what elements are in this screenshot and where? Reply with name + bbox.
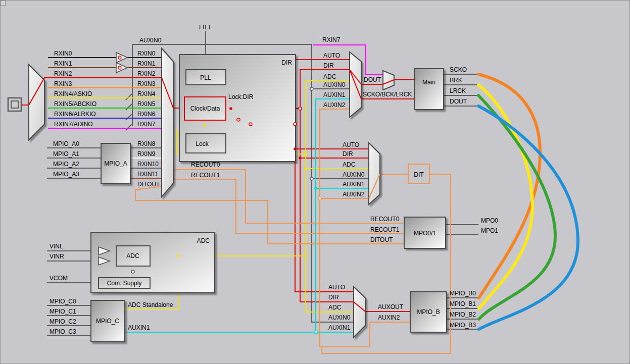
junction xyxy=(203,124,206,127)
label-mpio-a1: MPIO_A1 xyxy=(53,150,79,158)
label-adc-1: ADC xyxy=(323,73,336,80)
main-block[interactable] xyxy=(414,69,444,110)
label-rxin9: RXIN9 xyxy=(137,150,156,158)
junction xyxy=(299,157,302,160)
junction xyxy=(310,87,313,90)
label-rxin3-in: RXIN3 xyxy=(54,80,72,87)
label-dout-main: DOUT xyxy=(450,98,467,105)
label-rxin2-in: RXIN2 xyxy=(54,70,72,77)
label-auxin1-3: AUXIN1 xyxy=(328,324,351,331)
label-rxin10: RXIN10 xyxy=(137,161,159,168)
label-auxin0-1: AUXIN0 xyxy=(323,81,346,88)
switch-contact-a[interactable] xyxy=(237,118,240,121)
label-dit-title: DIT xyxy=(414,171,424,178)
rxin1-buffer-dot xyxy=(118,66,121,69)
label-adc-3: ADC xyxy=(328,304,342,311)
rxin0-buffer-dot xyxy=(118,56,121,59)
junction xyxy=(304,167,307,170)
brk-to-mpio-b1-cable xyxy=(478,85,532,308)
label-auxin1-2: AUXIN1 xyxy=(343,181,365,188)
label-com-supply-title: Com. Supply xyxy=(107,280,142,287)
label-auxin2-b: AUXIN2 xyxy=(378,314,400,321)
label-auxin2-1: AUXIN2 xyxy=(323,101,346,109)
auxout-select-mux[interactable] xyxy=(354,287,365,337)
label-rxin6-mux: RXIN6 xyxy=(137,111,156,118)
junction xyxy=(131,270,134,273)
label-rxin4-in: RXIN4/ASKIO xyxy=(54,90,92,97)
junction xyxy=(314,331,317,334)
label-dir-3: DIR xyxy=(328,294,339,301)
label-mpo0: MPO0 xyxy=(481,217,498,224)
switch-contact-b[interactable] xyxy=(249,123,252,126)
label-mpio-b-title: MPIO_B xyxy=(417,308,440,316)
label-scko: SCKO xyxy=(450,66,467,73)
diagram-svg: RXIN0RXIN1RXIN2RXIN3RXIN4/ASKIORXIN5/ABC… xyxy=(0,0,630,364)
label-auxin1-c: AUXIN1 xyxy=(128,324,150,331)
label-recout0-src: RECOUT0 xyxy=(191,161,220,168)
patch-cables xyxy=(478,74,578,329)
label-rxin5-in: RXIN5/ABCKIO xyxy=(54,100,96,108)
label-adc-core-title: ADC xyxy=(126,252,139,259)
main-input-path xyxy=(21,78,184,108)
label-main-title: Main xyxy=(422,79,435,86)
label-dir-1: DIR xyxy=(323,62,334,69)
label-auto-3: AUTO xyxy=(328,284,345,291)
label-rxin7-in: RXIN7/ADINO xyxy=(54,121,93,128)
label-recout1-src: RECOUT1 xyxy=(191,172,220,179)
label-rxin5-mux: RXIN5 xyxy=(137,100,156,108)
label-mpio-c1: MPIO_C1 xyxy=(50,308,76,315)
label-rxin4-mux: RXIN4 xyxy=(137,90,156,97)
label-ditout-mux: DITOUT xyxy=(137,181,160,188)
label-rxin2-mux: RXIN2 xyxy=(137,70,156,77)
label-dir-2: DIR xyxy=(343,150,353,158)
label-auto-2: AUTO xyxy=(343,141,359,148)
lrck-to-mpio-b2-cable xyxy=(478,95,555,319)
routing-diagram-canvas: RXIN0RXIN1RXIN2RXIN3RXIN4/ASKIORXIN5/ABC… xyxy=(0,0,630,364)
label-mpio-a3: MPIO_A3 xyxy=(53,171,79,178)
input-demux[interactable] xyxy=(29,65,44,140)
label-mpio-b3: MPIO_B3 xyxy=(450,322,476,329)
label-mpio-c3: MPIO_C3 xyxy=(50,328,76,335)
junction xyxy=(294,147,297,150)
label-lock-title: Lock xyxy=(196,140,209,147)
label-dout-mux: DOUT xyxy=(364,76,381,83)
label-rxin8: RXIN8 xyxy=(137,140,156,147)
label-mpio-c0: MPIO_C0 xyxy=(50,298,76,305)
label-dir-title: DIR xyxy=(281,59,292,66)
label-rxin1-in: RXIN1 xyxy=(54,60,72,67)
auxin0-row-taps xyxy=(126,94,132,130)
label-filt: FILT xyxy=(199,24,211,31)
resize-grip xyxy=(1,1,6,6)
junction xyxy=(294,123,297,126)
label-mpio-a0: MPIO_A0 xyxy=(53,140,79,147)
label-mpio-b1: MPIO_B1 xyxy=(450,300,476,307)
label-rxin7-top: RXIN7 xyxy=(322,36,341,43)
label-mpio-a2: MPIO_A2 xyxy=(53,161,79,168)
label-auxin0-3: AUXIN0 xyxy=(328,314,351,321)
label-lock-dir: Lock:DIR xyxy=(228,93,254,100)
label-mpio-c2: MPIO_C2 xyxy=(50,318,76,325)
rx-connector-inner xyxy=(11,101,18,108)
label-rxin0-in: RXIN0 xyxy=(54,50,72,57)
label-pll-title: PLL xyxy=(200,74,211,81)
label-recout0-dst: RECOUT0 xyxy=(370,216,400,223)
label-auxin0-2: AUXIN0 xyxy=(343,171,365,178)
junction xyxy=(304,152,307,155)
label-mpio-b0: MPIO_B0 xyxy=(450,290,476,297)
label-clock-data-title: Clock/Data xyxy=(190,105,220,112)
label-vinl: VINL xyxy=(50,243,63,250)
label-adc-title: ADC xyxy=(197,237,210,244)
label-mpio-c-title: MPIO_C xyxy=(96,318,119,325)
label-auxin1-1: AUXIN1 xyxy=(323,91,346,98)
junction xyxy=(229,107,232,110)
junction xyxy=(318,197,321,200)
label-rxin0-mux: RXIN0 xyxy=(137,50,156,57)
label-auxout: AUXOUT xyxy=(378,303,404,310)
label-vcom: VCOM xyxy=(50,275,68,282)
label-sck-line: SCKO/BCK/LRCK xyxy=(363,91,412,98)
junction xyxy=(310,177,313,180)
label-lrck: LRCK xyxy=(450,87,466,94)
rxin-select-mux[interactable] xyxy=(162,48,173,197)
label-mpio-a-title: MPIO_A xyxy=(104,160,127,167)
label-ditout-dst: DITOUT xyxy=(370,236,393,243)
